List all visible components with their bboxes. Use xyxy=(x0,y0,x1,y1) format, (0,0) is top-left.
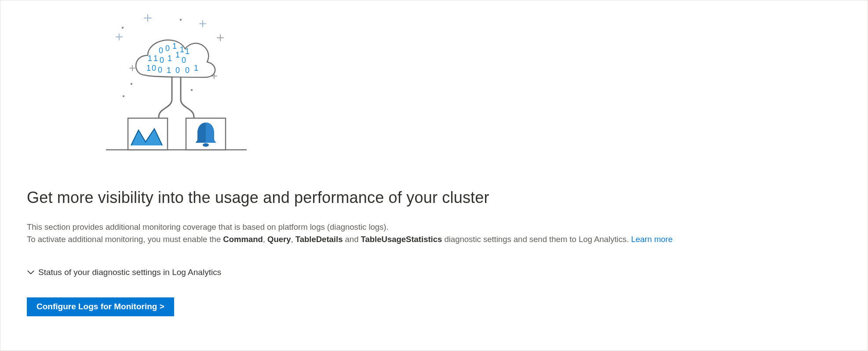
svg-point-2 xyxy=(131,83,132,85)
svg-text:1: 1 xyxy=(185,47,190,56)
learn-more-link[interactable]: Learn more xyxy=(631,235,673,244)
svg-text:0: 0 xyxy=(182,56,186,65)
desc-post: diagnostic settings and send them to Log… xyxy=(442,235,631,244)
svg-text:1: 1 xyxy=(180,45,184,54)
svg-text:0: 0 xyxy=(158,65,162,74)
svg-text:0: 0 xyxy=(175,66,180,75)
svg-point-0 xyxy=(122,27,124,29)
svg-text:1: 1 xyxy=(175,51,180,59)
diagnostic-status-expander[interactable]: Status of your diagnostic settings in Lo… xyxy=(27,266,841,279)
svg-text:0: 0 xyxy=(185,66,190,75)
desc-bold-tableusage: TableUsageStatistics xyxy=(361,235,442,244)
desc-bold-command: Command xyxy=(223,235,263,244)
svg-point-26 xyxy=(203,143,209,147)
chevron-down-icon xyxy=(27,268,35,276)
svg-text:1: 1 xyxy=(148,54,152,63)
description-line-2: To activate additional monitoring, you m… xyxy=(27,233,841,246)
desc-sep1: , xyxy=(263,235,267,244)
svg-text:1: 1 xyxy=(172,42,177,51)
desc-bold-query: Query xyxy=(267,235,291,244)
desc-sep3: and xyxy=(343,235,361,244)
svg-point-3 xyxy=(123,95,124,97)
cloud-monitoring-illustration: 11 001 11 011 0 100 100 1 xyxy=(106,14,841,162)
svg-text:1: 1 xyxy=(146,64,151,72)
svg-point-1 xyxy=(180,19,182,21)
expander-label: Status of your diagnostic settings in Lo… xyxy=(38,266,221,279)
svg-text:0: 0 xyxy=(160,56,164,65)
desc-bold-tabledetails: TableDetails xyxy=(295,235,343,244)
svg-text:0: 0 xyxy=(159,46,163,55)
configure-logs-button[interactable]: Configure Logs for Monitoring > xyxy=(27,297,174,316)
svg-point-4 xyxy=(191,89,193,91)
svg-text:1: 1 xyxy=(153,54,158,63)
monitoring-onboarding-panel: 11 001 11 011 0 100 100 1 Get more xyxy=(0,0,868,351)
page-heading: Get more visibility into the usage and p… xyxy=(27,186,841,210)
desc-pre: To activate additional monitoring, you m… xyxy=(27,235,223,244)
description-line-1: This section provides additional monitor… xyxy=(27,221,841,234)
desc-sep2: , xyxy=(291,235,295,244)
svg-text:1: 1 xyxy=(194,64,198,72)
svg-text:0: 0 xyxy=(165,44,170,53)
svg-text:0: 0 xyxy=(152,64,156,72)
svg-text:1: 1 xyxy=(167,66,171,75)
svg-text:1: 1 xyxy=(168,54,172,63)
